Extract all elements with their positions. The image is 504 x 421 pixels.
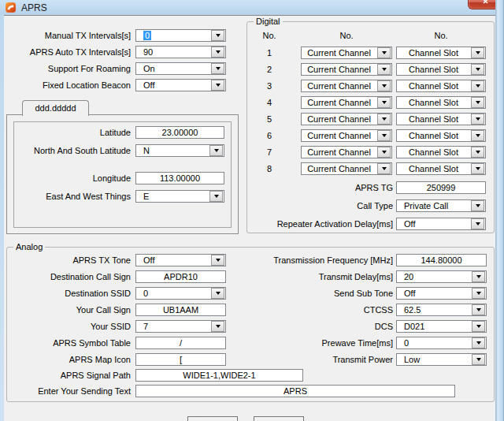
manual-tx-intervals-combo[interactable]: 0 bbox=[135, 29, 226, 42]
digital-row-1-channel-combo[interactable]: Current Channel bbox=[301, 47, 392, 59]
dropdown-arrow-icon[interactable] bbox=[472, 271, 485, 282]
dropdown-arrow-icon[interactable] bbox=[471, 130, 484, 141]
digital-row-6-slot-combo[interactable]: Channel Slot bbox=[396, 129, 486, 142]
bottom-button-right[interactable] bbox=[254, 416, 304, 421]
digital-row-8-channel-combo[interactable]: Current Channel bbox=[301, 162, 392, 175]
fixed-location-beacon-combo[interactable]: Off bbox=[135, 79, 226, 91]
manual-tx-intervals-value: 0 bbox=[136, 30, 210, 41]
dropdown-arrow-icon[interactable] bbox=[471, 147, 484, 158]
dropdown-arrow-icon[interactable] bbox=[211, 288, 224, 299]
digital-row-2-channel-combo[interactable]: Current Channel bbox=[301, 63, 392, 76]
aprs-tg-input[interactable] bbox=[396, 181, 486, 194]
destination-call-sign-label: Destination Call Sign bbox=[6, 270, 131, 283]
dcs-combo[interactable]: D021 bbox=[396, 320, 487, 333]
dropdown-arrow-icon[interactable] bbox=[377, 64, 391, 75]
digital-row-num: 4 bbox=[254, 96, 285, 109]
digital-row-num: 8 bbox=[254, 162, 285, 175]
dropdown-arrow-icon[interactable] bbox=[209, 145, 223, 156]
digital-row-1-slot-combo[interactable]: Channel Slot bbox=[396, 47, 486, 59]
transmit-delay-combo[interactable]: 20 bbox=[396, 270, 487, 283]
call-type-combo[interactable]: Private Call bbox=[396, 199, 486, 212]
send-sub-tone-combo[interactable]: Off bbox=[396, 287, 487, 300]
dropdown-arrow-icon[interactable] bbox=[377, 114, 391, 125]
digital-row-2-slot-combo[interactable]: Channel Slot bbox=[396, 63, 486, 76]
dropdown-arrow-icon[interactable] bbox=[211, 63, 224, 74]
repeater-activation-delay-label: Repeater Activation Delay[ms] bbox=[260, 218, 393, 230]
aprs-tx-tone-label: APRS TX Tone bbox=[6, 254, 131, 266]
aprs-tg-label: APRS TG bbox=[260, 181, 393, 194]
dropdown-arrow-icon[interactable] bbox=[471, 114, 484, 125]
east-west-value: E bbox=[136, 191, 209, 202]
transmit-delay-value: 20 bbox=[397, 271, 471, 282]
dropdown-arrow-icon[interactable] bbox=[377, 147, 391, 158]
aprs-tx-tone-combo[interactable]: Off bbox=[135, 254, 226, 266]
dcs-label: DCS bbox=[260, 320, 393, 333]
transmission-frequency-input[interactable] bbox=[396, 254, 487, 266]
digital-row-7-slot-combo[interactable]: Channel Slot bbox=[396, 146, 486, 158]
ctcss-combo[interactable]: 62.5 bbox=[396, 304, 487, 316]
destination-call-sign-input[interactable] bbox=[135, 270, 226, 283]
dropdown-arrow-icon[interactable] bbox=[471, 163, 484, 174]
dropdown-arrow-icon[interactable] bbox=[211, 255, 224, 266]
dropdown-arrow-icon[interactable] bbox=[471, 64, 484, 75]
digital-row-4-channel-combo[interactable]: Current Channel bbox=[301, 96, 392, 109]
dropdown-arrow-icon[interactable] bbox=[471, 47, 484, 58]
dropdown-arrow-icon[interactable] bbox=[471, 80, 484, 91]
north-south-latitude-combo[interactable]: N bbox=[135, 144, 224, 157]
aprs-auto-tx-intervals-combo[interactable]: 90 bbox=[135, 46, 226, 58]
dropdown-arrow-icon[interactable] bbox=[377, 130, 391, 141]
east-west-combo[interactable]: E bbox=[135, 190, 224, 203]
your-ssid-label: Your SSID bbox=[6, 320, 131, 333]
digital-row-3-channel-combo[interactable]: Current Channel bbox=[301, 80, 392, 92]
dropdown-arrow-icon[interactable] bbox=[209, 191, 223, 202]
your-call-sign-input[interactable] bbox=[135, 304, 226, 316]
aprs-symbol-table-input[interactable] bbox=[135, 337, 226, 349]
digital-row-5-slot-combo[interactable]: Channel Slot bbox=[396, 113, 486, 125]
latitude-input[interactable] bbox=[135, 126, 224, 139]
your-call-sign-label: Your Call Sign bbox=[6, 304, 131, 316]
aprs-signal-path-input[interactable] bbox=[135, 369, 303, 382]
aprs-map-icon-label: APRS Map Icon bbox=[6, 353, 131, 366]
sending-text-input[interactable] bbox=[135, 385, 455, 397]
digital-row-4-slot-combo[interactable]: Channel Slot bbox=[396, 96, 486, 109]
transmit-power-combo[interactable]: Low bbox=[396, 353, 487, 366]
dropdown-arrow-icon[interactable] bbox=[377, 80, 391, 91]
destination-ssid-combo[interactable]: 0 bbox=[135, 287, 226, 300]
slot-value: Channel Slot bbox=[397, 64, 470, 75]
dropdown-arrow-icon[interactable] bbox=[471, 218, 484, 229]
dropdown-arrow-icon[interactable] bbox=[471, 200, 484, 211]
transmission-frequency-label: Transmission Frequency [MHz] bbox=[260, 254, 393, 266]
analog-group-label: Analog bbox=[13, 241, 45, 253]
dropdown-arrow-icon[interactable] bbox=[472, 288, 485, 299]
bottom-button-left[interactable] bbox=[187, 416, 238, 421]
digital-row-8-slot-combo[interactable]: Channel Slot bbox=[396, 162, 486, 175]
longitude-input[interactable] bbox=[135, 172, 224, 184]
dropdown-arrow-icon[interactable] bbox=[211, 47, 224, 58]
digital-row-3-slot-combo[interactable]: Channel Slot bbox=[396, 80, 486, 92]
your-ssid-combo[interactable]: 7 bbox=[135, 320, 226, 333]
repeater-activation-delay-combo[interactable]: Off bbox=[396, 218, 486, 230]
dropdown-arrow-icon[interactable] bbox=[211, 80, 224, 91]
channel-value: Current Channel bbox=[302, 130, 376, 141]
dropdown-arrow-icon[interactable] bbox=[472, 354, 485, 365]
prewave-time-label: Prewave Time[ms] bbox=[260, 337, 393, 349]
latitude-label: Latitude bbox=[13, 126, 131, 139]
dropdown-arrow-icon[interactable] bbox=[377, 97, 391, 108]
support-for-roaming-label: Support For Roaming bbox=[6, 62, 131, 75]
digital-row-7-channel-combo[interactable]: Current Channel bbox=[301, 146, 392, 158]
digital-row-6-channel-combo[interactable]: Current Channel bbox=[301, 129, 392, 142]
support-for-roaming-combo[interactable]: On bbox=[135, 62, 226, 75]
dropdown-arrow-icon[interactable] bbox=[211, 321, 224, 332]
dropdown-arrow-icon[interactable] bbox=[211, 30, 224, 41]
tab-ddd-ddddd[interactable]: ddd.ddddd bbox=[22, 100, 89, 116]
dropdown-arrow-icon[interactable] bbox=[472, 321, 485, 332]
digital-row-5-channel-combo[interactable]: Current Channel bbox=[301, 113, 392, 125]
dropdown-arrow-icon[interactable] bbox=[377, 163, 391, 174]
title-bar[interactable]: APRS ✕ bbox=[0, 0, 504, 15]
prewave-time-combo[interactable]: 0 bbox=[396, 337, 487, 349]
dropdown-arrow-icon[interactable] bbox=[377, 47, 391, 58]
dropdown-arrow-icon[interactable] bbox=[471, 97, 484, 108]
dropdown-arrow-icon[interactable] bbox=[472, 337, 485, 348]
dropdown-arrow-icon[interactable] bbox=[472, 304, 485, 315]
aprs-map-icon-input[interactable] bbox=[135, 353, 226, 366]
